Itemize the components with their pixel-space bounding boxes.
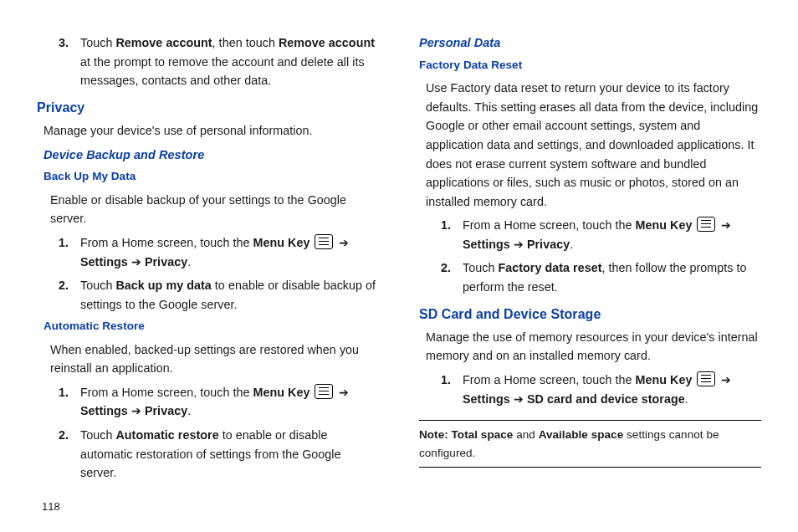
step-number: 2. bbox=[37, 276, 69, 314]
step-text: Touch Back up my data to enable or disab… bbox=[80, 276, 379, 314]
heading-back-up-my-data: Back Up My Data bbox=[43, 167, 379, 185]
arrow: ➔ bbox=[510, 392, 527, 406]
menu-key-icon bbox=[697, 217, 715, 232]
step-1: 1. From a Home screen, touch the Menu Ke… bbox=[37, 383, 379, 421]
text: Touch bbox=[80, 279, 115, 292]
bold-text: Privacy bbox=[145, 255, 187, 269]
heading-device-backup: Device Backup and Restore bbox=[43, 146, 379, 165]
steps-back-up: 1. From a Home screen, touch the Menu Ke… bbox=[37, 233, 379, 314]
backup-intro: Enable or disable backup of your setting… bbox=[50, 191, 379, 228]
bold-text: Settings bbox=[463, 238, 510, 251]
bold-text: Note: Total space bbox=[419, 428, 513, 441]
bold-text: Remove account bbox=[115, 36, 212, 49]
bold-text: Settings bbox=[80, 404, 128, 417]
text: Touch bbox=[463, 261, 498, 274]
step-1: 1. From a Home screen, touch the Menu Ke… bbox=[419, 371, 761, 408]
arrow: ➔ bbox=[128, 404, 145, 417]
step-3: 3. Touch Remove account, then touch Remo… bbox=[37, 33, 379, 90]
step-text: From a Home screen, touch the Menu Key ➔… bbox=[80, 383, 379, 421]
text: . bbox=[187, 255, 191, 269]
text: , then touch bbox=[212, 36, 279, 49]
text: Touch bbox=[80, 36, 115, 49]
heading-automatic-restore: Automatic Restore bbox=[43, 317, 379, 335]
step-1: 1. From a Home screen, touch the Menu Ke… bbox=[37, 233, 379, 271]
heading-factory-reset: Factory Data Reset bbox=[419, 56, 761, 74]
arrow: ➔ bbox=[717, 373, 730, 386]
step-text: Touch Remove account, then touch Remove … bbox=[80, 33, 379, 90]
bold-text: Menu Key bbox=[636, 373, 693, 386]
step-text: From a Home screen, touch the Menu Key ➔… bbox=[463, 371, 761, 408]
step-number: 1. bbox=[419, 371, 451, 408]
steps-factory-reset: 1. From a Home screen, touch the Menu Ke… bbox=[419, 216, 761, 296]
heading-privacy: Privacy bbox=[37, 97, 379, 118]
text: . bbox=[570, 238, 573, 251]
bold-text: Settings bbox=[463, 392, 510, 406]
bold-text: SD card and device storage bbox=[527, 392, 685, 406]
arrow: ➔ bbox=[335, 386, 348, 399]
arrow: ➔ bbox=[335, 236, 348, 249]
divider bbox=[419, 467, 761, 468]
step-number: 1. bbox=[37, 233, 69, 271]
bold-text: Menu Key bbox=[636, 218, 693, 232]
bold-text: Back up my data bbox=[115, 279, 211, 292]
bold-text: Settings bbox=[80, 255, 128, 269]
step-2: 2. Touch Automatic restore to enable or … bbox=[37, 426, 379, 483]
step-number: 1. bbox=[419, 216, 451, 253]
text: From a Home screen, touch the bbox=[80, 236, 253, 249]
text: at the prompt to remove the account and … bbox=[80, 55, 365, 88]
heading-personal-data: Personal Data bbox=[419, 33, 761, 53]
step-number: 2. bbox=[37, 426, 69, 483]
step-number: 1. bbox=[37, 383, 69, 421]
arrow: ➔ bbox=[717, 218, 730, 232]
step-text: Touch Automatic restore to enable or dis… bbox=[80, 426, 379, 483]
bold-text: Available space bbox=[539, 428, 624, 441]
step-2: 2. Touch Factory data reset, then follow… bbox=[419, 258, 761, 296]
menu-key-icon bbox=[315, 384, 333, 399]
arrow: ➔ bbox=[128, 255, 145, 269]
page-number: 118 bbox=[42, 499, 60, 516]
divider bbox=[419, 420, 761, 421]
note-text: Note: Total space and Available space se… bbox=[419, 426, 761, 462]
autorestore-intro: When enabled, backed-up settings are res… bbox=[50, 340, 379, 378]
factory-intro: Use Factory data reset to return your de… bbox=[426, 79, 761, 211]
text: . bbox=[685, 392, 688, 406]
menu-key-icon bbox=[697, 371, 715, 386]
text: From a Home screen, touch the bbox=[463, 218, 636, 232]
step-text: From a Home screen, touch the Menu Key ➔… bbox=[463, 216, 761, 253]
bold-text: Menu Key bbox=[253, 236, 310, 249]
text: and bbox=[513, 428, 538, 441]
steps-sd-card: 1. From a Home screen, touch the Menu Ke… bbox=[419, 371, 761, 408]
step-number: 3. bbox=[37, 33, 69, 90]
step-text: Touch Factory data reset, then follow th… bbox=[463, 258, 761, 296]
left-column: 3. Touch Remove account, then touch Remo… bbox=[37, 28, 379, 532]
step-2: 2. Touch Back up my data to enable or di… bbox=[37, 276, 379, 314]
text: . bbox=[187, 404, 191, 417]
step-text: From a Home screen, touch the Menu Key ➔… bbox=[80, 233, 379, 271]
sd-intro: Manage the use of memory resources in yo… bbox=[426, 328, 761, 366]
steps-remove-account: 3. Touch Remove account, then touch Remo… bbox=[37, 33, 379, 90]
steps-auto-restore: 1. From a Home screen, touch the Menu Ke… bbox=[37, 383, 379, 483]
right-column: Personal Data Factory Data Reset Use Fac… bbox=[419, 28, 761, 532]
bold-text: Privacy bbox=[145, 404, 187, 417]
menu-key-icon bbox=[315, 234, 333, 249]
arrow: ➔ bbox=[510, 238, 527, 251]
step-number: 2. bbox=[419, 258, 451, 296]
bold-text: Privacy bbox=[527, 238, 570, 251]
step-1: 1. From a Home screen, touch the Menu Ke… bbox=[419, 216, 761, 253]
text: Touch bbox=[80, 428, 115, 442]
bold-text: Factory data reset bbox=[498, 261, 601, 274]
bold-text: Remove account bbox=[279, 36, 375, 49]
privacy-intro: Manage your device's use of personal inf… bbox=[43, 121, 379, 141]
text: From a Home screen, touch the bbox=[80, 386, 253, 399]
bold-text: Automatic restore bbox=[115, 428, 218, 442]
heading-sd-card: SD Card and Device Storage bbox=[419, 304, 761, 325]
text: From a Home screen, touch the bbox=[463, 373, 636, 386]
bold-text: Menu Key bbox=[253, 386, 310, 399]
